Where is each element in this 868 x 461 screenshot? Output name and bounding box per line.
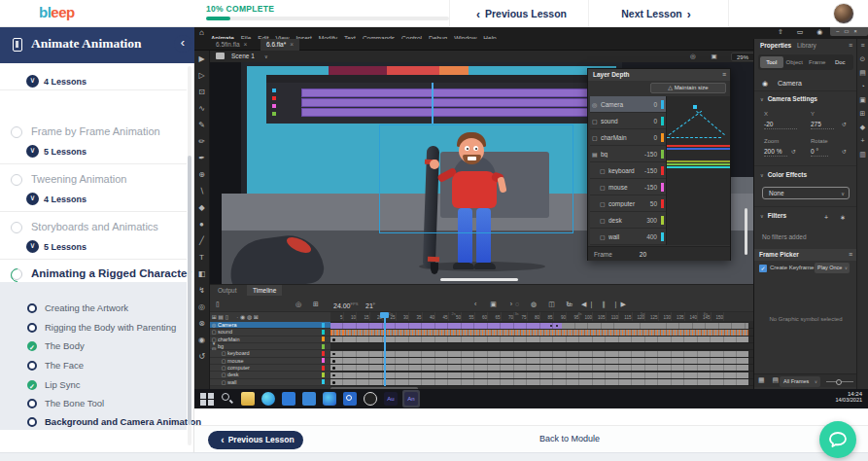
subselection-tool-icon[interactable]: ▷ — [194, 67, 209, 84]
info-icon[interactable]: ⊙ — [857, 53, 868, 66]
chat-bubble-button[interactable] — [819, 421, 856, 458]
line-tool-icon[interactable]: ╱ — [194, 232, 209, 249]
taskbar-mail-icon[interactable] — [302, 392, 316, 406]
frame-span[interactable] — [330, 358, 748, 364]
color-effects-select[interactable]: None∨ — [762, 187, 850, 199]
color-effects-section[interactable]: ∨Color Effects — [754, 171, 857, 178]
menubar-icons[interactable]: ⇧ ▭ ◉ — [778, 28, 828, 36]
free-transform-tool-icon[interactable]: ⊡ — [194, 84, 209, 100]
sublesson-item[interactable]: Creating the Artwork — [27, 299, 128, 310]
camera-y-field[interactable]: 275 — [811, 121, 834, 129]
module-title[interactable]: Frame by Frame Animation — [31, 125, 160, 137]
timeline-layer-row[interactable]: ▢mouse — [210, 358, 753, 365]
playback-step-icons[interactable]: ◀| ∥ |▶ — [581, 296, 630, 312]
timeline-frames-track[interactable] — [330, 337, 753, 343]
timeline-layer-name[interactable]: ▢charMain — [210, 337, 330, 343]
layer-depth-value[interactable]: 300 — [638, 217, 657, 224]
history-icon[interactable]: ◔ — [857, 80, 868, 93]
layer-depth-value[interactable]: 50 — [638, 200, 657, 207]
sidebar-scrollbar[interactable] — [188, 66, 191, 445]
sidebar-collapse-button[interactable]: ‹ — [174, 35, 191, 53]
module-title[interactable]: Tweening Animation — [31, 173, 126, 185]
sidebar-scrollbar-thumb[interactable] — [188, 156, 191, 425]
layer-depth-value[interactable]: 0 — [638, 118, 657, 124]
timeline-tab-output[interactable]: Output — [212, 285, 243, 296]
taskbar-clock[interactable]: 14:24 14/03/2021 — [835, 391, 862, 403]
add-panel-icon[interactable]: + — [857, 134, 868, 148]
previous-lesson-button-bottom[interactable]: ‹Previous Lesson — [208, 431, 303, 449]
lasso-tool-icon[interactable]: ∿ — [194, 100, 209, 117]
timeline-frames-track[interactable] — [330, 322, 753, 329]
subtab-object[interactable]: Object — [783, 56, 807, 68]
sublesson-item[interactable]: Background and Camera Animation — [27, 412, 201, 424]
playhead-line[interactable] — [384, 312, 386, 386]
pen-tool-icon[interactable]: ✒ — [194, 150, 209, 166]
timeline-layer-name[interactable]: ▢computer — [210, 365, 330, 372]
zoom-tool-icon[interactable]: ◎ — [194, 299, 209, 315]
timeline-frames-track[interactable] — [330, 365, 753, 372]
frame-span[interactable] — [330, 372, 748, 378]
timeline-frames-track[interactable] — [330, 343, 753, 350]
document-tab[interactable]: 6.5fin.fla× — [210, 39, 253, 51]
selection-tool-icon[interactable]: ▶ — [194, 51, 209, 67]
camera-zoom-field[interactable]: 200 % — [764, 148, 787, 157]
grid-icon[interactable]: ⊞ — [857, 107, 868, 121]
module-title[interactable]: Storyboards and Animatics — [31, 221, 158, 232]
layer-depth-value[interactable]: 0 — [638, 101, 657, 108]
timeline-frames-track[interactable] — [330, 372, 753, 378]
camera-x-field[interactable]: -20 — [764, 121, 797, 129]
timeline-layer-row[interactable]: ▢wall — [210, 379, 753, 386]
trash-icon[interactable]: ▯ — [216, 296, 220, 312]
taskbar-start-icon[interactable] — [200, 392, 214, 406]
taskbar-animate-icon[interactable]: An — [404, 392, 418, 406]
reset-icon[interactable]: ↺ — [842, 148, 847, 155]
close-icon[interactable]: × — [244, 41, 248, 48]
layer-depth-row[interactable]: ▢mouse-150 — [590, 179, 666, 195]
layer-depth-row[interactable]: ▢computer50 — [590, 195, 666, 212]
camera-tool-icon[interactable]: ◉ — [194, 332, 209, 348]
sublesson-item[interactable]: The Bone Tool — [27, 394, 104, 406]
timeline-tab-timeline[interactable]: Timeline — [247, 285, 282, 296]
tab-properties[interactable]: Properties — [760, 42, 791, 49]
layer-depth-row[interactable]: ▢sound0 — [590, 113, 666, 129]
text-tool-icon[interactable]: T — [194, 249, 209, 266]
sublesson-item[interactable]: Rigging the Body with Parenting — [27, 318, 176, 330]
fluid-brush-tool-icon[interactable]: ✎ — [194, 117, 209, 133]
add-filter-icons[interactable]: + ∗ — [824, 214, 851, 222]
timeline-frames-track[interactable] — [330, 379, 753, 386]
loop-icon[interactable]: ↻ — [566, 296, 572, 312]
classic-brush-tool-icon[interactable]: ✏ — [194, 133, 209, 150]
audio-span[interactable] — [330, 330, 748, 336]
timeline-frames-track[interactable] — [330, 350, 753, 357]
align-icon[interactable]: ▤ — [857, 66, 868, 80]
stage-vscrollbar[interactable] — [745, 208, 747, 255]
layer-depth-value[interactable]: 400 — [638, 233, 657, 240]
module-lessons-toggle[interactable]: ∨4 Lessons — [26, 190, 87, 202]
frame-span[interactable] — [330, 379, 748, 385]
layer-depth-row[interactable]: ▢wall400 — [590, 229, 666, 245]
timeline-layer-row[interactable]: ▢keyboard — [210, 350, 753, 357]
layer-depth-value[interactable]: -150 — [638, 184, 657, 191]
add-anchor-tool-icon[interactable]: ⊕ — [194, 166, 209, 183]
lesson-video-animate-app[interactable]: ⌂ AnimateFileEditViewInsertModifyTextCom… — [194, 27, 868, 408]
thumbnail-zoom-slider[interactable] — [826, 381, 853, 382]
module-lessons-toggle[interactable]: ∨5 Lessons — [26, 237, 87, 250]
timeline-frames-track[interactable] — [330, 329, 753, 336]
scene-name[interactable]: Scene 1 — [231, 51, 255, 62]
taskbar-edge-icon[interactable] — [261, 392, 275, 406]
home-icon[interactable]: ⌂ — [199, 28, 204, 37]
camera-settings-section[interactable]: ∨Camera Settings — [754, 95, 857, 102]
maintain-size-button[interactable]: △ Maintain size — [650, 83, 726, 93]
timeline-frames-track[interactable] — [330, 358, 753, 365]
subtab-frame[interactable]: Frame — [806, 56, 829, 68]
layer-depth-row[interactable]: ▢keyboard-150 — [590, 162, 666, 179]
depth-curve-handle[interactable] — [693, 105, 697, 109]
taskbar-calendar-icon[interactable] — [282, 392, 295, 406]
oval-tool-icon[interactable]: ● — [194, 216, 209, 232]
frame-filter-select[interactable]: All Frames∨ — [780, 376, 820, 387]
asset-warp-tool-icon[interactable]: ↯ — [194, 282, 209, 299]
frame-span[interactable] — [562, 323, 748, 329]
frame-span[interactable] — [330, 365, 748, 371]
taskbar-explorer-icon[interactable] — [241, 392, 255, 406]
timeline-layer-name[interactable]: ▢sound — [210, 329, 330, 336]
